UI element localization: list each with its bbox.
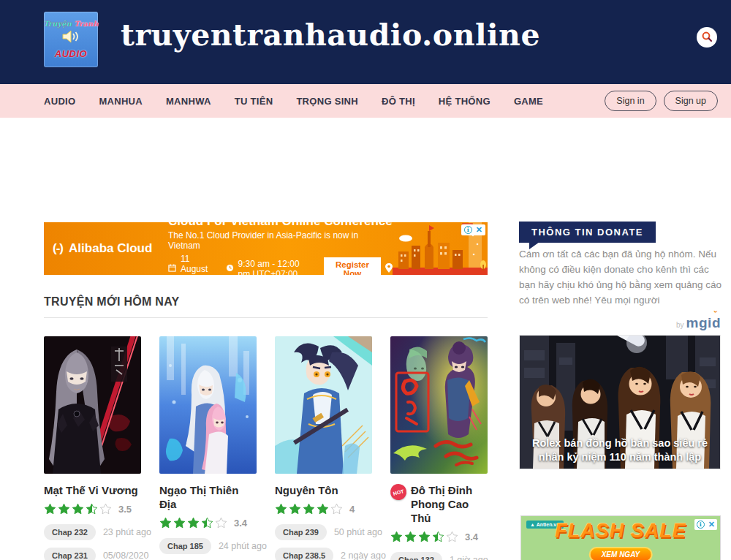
star-icon	[317, 503, 329, 515]
star-icon	[58, 503, 70, 515]
alibaba-cloud-logo: (-) Alibaba Cloud	[44, 241, 168, 256]
ad-subtitle: The No.1 Cloud Provider in Asia-Pacific …	[168, 230, 393, 251]
chapter-pill[interactable]: Chap 132	[390, 552, 442, 560]
comic-card: HOT Đô Thị Đỉnh Phong Cao Thủ 3.4 Chap 1…	[390, 336, 488, 560]
star-icon	[44, 503, 56, 515]
star-icon	[72, 503, 84, 515]
star-icon	[215, 517, 227, 529]
chapter-pill[interactable]: Chap 232	[44, 524, 96, 540]
rating-stars: 4	[275, 503, 372, 515]
rating-value: 3.4	[465, 531, 478, 542]
speaker-icon	[61, 29, 80, 47]
nav-item-trong-sinh[interactable]: TRỌNG SINH	[296, 96, 358, 107]
star-icon	[159, 517, 172, 529]
pin-icon	[385, 263, 393, 275]
nav-list: AUDIO MANHUA MANHWA TU TIÊN TRỌNG SINH Đ…	[44, 96, 543, 107]
ad-close-icon[interactable]: ✕	[708, 521, 715, 529]
flash-sale-ad[interactable]: ▲ Antien.vn FLASH SALE XEM NGAY i ✕	[520, 515, 721, 560]
comic-cover[interactable]	[390, 336, 488, 474]
sponsored-ad-rolex[interactable]: Rolex bán đồng hồ bản sao siêu rẻ nhân k…	[519, 335, 721, 469]
comic-cover[interactable]	[275, 336, 372, 474]
site-logo[interactable]: Truyện Tranh AUDIO	[44, 12, 98, 67]
rating-stars: 3.4	[390, 531, 488, 542]
chapter-pill[interactable]: Chap 231	[44, 548, 96, 560]
ad-title: Cloud For Vietnam Online Conference	[168, 222, 393, 229]
chapter-time: 24 phút ago	[219, 541, 267, 551]
star-icon	[86, 503, 98, 515]
logo-text-top: Truyện Tranh	[43, 20, 98, 28]
ad-close-icon[interactable]: ✕	[476, 226, 482, 234]
star-icon	[432, 531, 444, 542]
page-title[interactable]: truyentranhaudio.online	[121, 18, 540, 53]
chapter-time: 1 giờ ago	[450, 555, 488, 560]
nav-item-manhwa[interactable]: MANHWA	[166, 96, 211, 107]
register-now-button[interactable]: Register Now	[324, 257, 381, 275]
search-button[interactable]	[697, 27, 717, 48]
chapter-row: Chap 238.5 2 ngày ago	[275, 548, 372, 560]
xem-ngay-button[interactable]: XEM NGAY	[589, 547, 653, 560]
comic-title[interactable]: Đô Thị Đỉnh Phong Cao Thủ	[411, 483, 488, 525]
mgid-attribution[interactable]: bymgidˇ	[519, 315, 721, 331]
star-icon	[303, 503, 315, 515]
mgid-logo: mgidˇ	[686, 315, 721, 330]
star-icon	[289, 503, 301, 515]
donate-text: Cám ơn tất cả các bạn đã ủng hộ nhóm. Nế…	[519, 246, 725, 308]
mgid-by-label: by	[676, 321, 684, 329]
chapter-time: 50 phút ago	[334, 527, 382, 537]
nav-item-audio[interactable]: AUDIO	[44, 96, 75, 107]
chapter-row: Chap 232 23 phút ago	[44, 524, 141, 540]
chapter-row: Chap 185 24 phút ago	[159, 538, 257, 554]
star-icon	[187, 517, 200, 529]
ad-info-icon[interactable]: i	[464, 226, 472, 234]
chapter-row: Chap 239 50 phút ago	[275, 524, 372, 540]
site-header: Truyện Tranh AUDIO truyentranhaudio.onli…	[0, 0, 731, 84]
ad-caption: Rolex bán đồng hồ bản sao siêu rẻ nhân k…	[520, 436, 720, 464]
star-icon	[275, 503, 287, 515]
comic-title[interactable]: Nguyên Tôn	[275, 483, 338, 497]
sign-up-button[interactable]: Sign up	[664, 91, 718, 111]
star-icon	[418, 531, 431, 542]
alibaba-ad-banner[interactable]: (-) Alibaba Cloud Cloud For Vietnam Onli…	[44, 222, 488, 275]
nav-item-game[interactable]: GAME	[514, 96, 543, 107]
star-icon	[404, 531, 417, 542]
donate-title-badge: THÔNG TIN DONATE	[519, 222, 656, 243]
chapter-pill[interactable]: Chap 238.5	[275, 548, 333, 560]
search-icon	[701, 31, 713, 45]
star-icon	[99, 503, 112, 515]
rating-stars: 3.5	[44, 503, 141, 515]
star-icon	[173, 517, 186, 529]
rating-stars: 3.4	[159, 517, 257, 529]
nav-item-tu-tien[interactable]: TU TIÊN	[235, 96, 273, 107]
star-icon	[201, 517, 213, 529]
comic-cover[interactable]	[44, 336, 141, 474]
calendar-icon	[168, 264, 176, 274]
comic-title[interactable]: Mạt Thế Vi Vương	[44, 483, 138, 497]
star-icon	[330, 503, 343, 515]
comic-cover[interactable]	[159, 336, 257, 474]
chapter-row: Chap 231 05/08/2020	[44, 548, 141, 560]
comic-title[interactable]: Ngạo Thị Thiên Địa	[159, 483, 257, 511]
nav-item-he-thong[interactable]: HỆ THỐNG	[439, 96, 491, 107]
sign-in-button[interactable]: Sign in	[605, 91, 656, 111]
hot-badge: HOT	[389, 483, 409, 502]
chapter-pill[interactable]: Chap 185	[159, 538, 211, 554]
chapter-time: 05/08/2020	[103, 550, 149, 560]
clock-icon	[226, 264, 234, 274]
nav-item-do-thi[interactable]: ĐÔ THỊ	[382, 96, 415, 107]
comic-card: Nguyên Tôn 4 Chap 239 50 phút ago Chap 2…	[275, 336, 372, 560]
ad-time: 9:30 am - 12:00 pm UTC+07:00	[238, 259, 309, 275]
ad-date: 11 August 2020	[181, 254, 216, 275]
chapter-time: 23 phút ago	[103, 527, 151, 537]
logo-text-audio: AUDIO	[55, 48, 87, 59]
star-icon	[446, 531, 458, 542]
rating-value: 3.4	[234, 518, 247, 529]
nav-item-manhua[interactable]: MANHUA	[99, 96, 143, 107]
rating-value: 3.5	[118, 504, 132, 515]
star-icon	[390, 531, 403, 542]
section-divider	[44, 317, 488, 318]
flash-sale-title: FLASH SALE	[521, 520, 720, 542]
alibaba-logo-icon: (-)	[53, 241, 63, 255]
chapter-pill[interactable]: Chap 239	[275, 524, 327, 540]
ad-info-icon[interactable]: i	[697, 521, 705, 529]
comic-card: Ngạo Thị Thiên Địa 3.4 Chap 185 24 phút …	[159, 336, 257, 560]
